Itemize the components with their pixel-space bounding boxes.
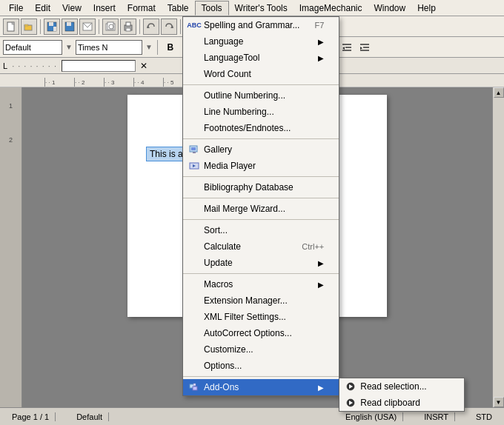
menu-footnotes[interactable]: Footnotes/Endnotes... xyxy=(183,120,339,136)
sep-6 xyxy=(183,273,339,274)
submenu-readselection[interactable]: Read selection... xyxy=(339,378,464,395)
ruler-mark-2: · · 2 xyxy=(74,78,104,87)
svg-marker-52 xyxy=(360,47,362,50)
menu-sort-label: Sort... xyxy=(204,225,228,235)
submenu-readclipboard[interactable]: Read clipboard xyxy=(339,395,464,411)
svg-marker-48 xyxy=(342,47,345,50)
menu-mailmerge[interactable]: Mail Merge Wizard... xyxy=(183,201,339,217)
menubar-table[interactable]: Table xyxy=(162,1,195,15)
menubar-view[interactable]: View xyxy=(56,1,87,15)
menu-languagetool-label: LanguageTool xyxy=(204,53,259,63)
toolbar-sep-1 xyxy=(40,19,41,34)
nav-dots: · · · · · · · · xyxy=(12,61,57,70)
style-dropdown[interactable] xyxy=(3,40,62,55)
left-sidebar: 1 2 xyxy=(0,87,22,407)
menubar-format[interactable]: Format xyxy=(122,1,162,15)
new-btn[interactable] xyxy=(3,19,19,35)
email-btn[interactable] xyxy=(79,19,96,35)
menu-language-label: Language xyxy=(204,36,243,47)
menu-gallery-label: Gallery xyxy=(204,144,232,155)
svg-rect-15 xyxy=(126,28,130,31)
toolbar-sep-5 xyxy=(157,40,158,55)
svg-rect-55 xyxy=(193,152,196,153)
decrease-indent-btn[interactable] xyxy=(339,39,355,56)
menu-customize[interactable]: Customize... xyxy=(183,341,339,358)
read-selection-icon xyxy=(344,381,357,392)
menu-bibliography[interactable]: Bibliography Database xyxy=(183,179,339,195)
print-preview-btn[interactable] xyxy=(102,19,119,35)
menubar-window[interactable]: Window xyxy=(368,1,411,15)
menu-sort[interactable]: Sort... xyxy=(183,222,339,238)
svg-rect-54 xyxy=(191,147,196,150)
menu-calculate-label: Calculate xyxy=(204,241,241,252)
svg-rect-5 xyxy=(49,22,53,26)
menu-spelling-label: Spelling and Grammar... xyxy=(204,20,299,30)
menubar-imagemechanic[interactable]: ImageMechanic xyxy=(294,1,368,15)
svg-rect-59 xyxy=(193,386,197,390)
menu-linenumbering[interactable]: Line Numbering... xyxy=(183,104,339,120)
menu-autocorrect[interactable]: AutoCorrect Options... xyxy=(183,325,339,341)
menu-calculate[interactable]: Calculate Ctrl++ xyxy=(183,238,339,255)
submenu-readselection-label: Read selection... xyxy=(360,381,426,392)
menu-update[interactable]: Update ▶ xyxy=(183,255,339,271)
sep-4 xyxy=(183,198,339,198)
save2-btn[interactable] xyxy=(62,19,78,35)
close-nav[interactable]: ✕ xyxy=(140,61,147,71)
font-dropdown[interactable] xyxy=(76,40,142,55)
svg-rect-14 xyxy=(126,22,130,26)
vertical-scrollbar[interactable]: ▲ ▼ xyxy=(492,87,504,407)
menu-addons[interactable]: Add-Ons ▶ xyxy=(183,379,339,395)
svg-rect-60 xyxy=(193,384,196,386)
increase-indent-btn[interactable] xyxy=(357,39,373,56)
menu-wordcount[interactable]: Word Count xyxy=(183,66,339,82)
bold-btn[interactable]: B xyxy=(162,39,179,56)
font-arrow[interactable]: ▼ xyxy=(145,43,153,51)
menubar-edit[interactable]: Edit xyxy=(29,1,56,15)
svg-rect-8 xyxy=(67,22,71,26)
menu-macros-label: Macros xyxy=(204,279,233,290)
menubar-writers-tools[interactable]: Writer's Tools xyxy=(229,1,294,15)
print-btn[interactable] xyxy=(120,19,136,35)
undo-btn[interactable] xyxy=(143,19,159,35)
menu-macros[interactable]: Macros ▶ xyxy=(183,276,339,292)
nav-input[interactable] xyxy=(62,60,136,72)
style-arrow[interactable]: ▼ xyxy=(65,43,73,51)
read-clipboard-icon xyxy=(344,398,357,408)
menubar-insert[interactable]: Insert xyxy=(87,1,122,15)
menu-outline[interactable]: Outline Numbering... xyxy=(183,87,339,104)
menu-bibliography-label: Bibliography Database xyxy=(204,182,294,193)
menu-extensions-label: Extension Manager... xyxy=(204,295,288,306)
menu-update-label: Update xyxy=(204,258,233,268)
status-std: STD xyxy=(470,412,498,421)
menu-linenumbering-label: Line Numbering... xyxy=(204,107,274,117)
scroll-down-btn[interactable]: ▼ xyxy=(494,397,504,407)
menu-language[interactable]: Language ▶ xyxy=(183,33,339,50)
menu-gallery[interactable]: Gallery xyxy=(183,141,339,158)
tools-dropdown-menu: ABC Spelling and Grammar... F7 Language … xyxy=(182,16,339,396)
menu-options[interactable]: Options... xyxy=(183,358,339,374)
save-btn[interactable] xyxy=(44,19,60,35)
toolbar-sep-4 xyxy=(180,19,181,34)
menu-extensions[interactable]: Extension Manager... xyxy=(183,292,339,309)
menubar-help[interactable]: Help xyxy=(411,1,442,15)
status-language: English (USA) xyxy=(339,412,403,421)
open-btn[interactable] xyxy=(21,19,37,35)
menubar-file[interactable]: File xyxy=(3,1,29,15)
menu-mediaplayer[interactable]: Media Player xyxy=(183,158,339,174)
menubar-tools[interactable]: Tools xyxy=(195,1,229,16)
menu-languagetool[interactable]: LanguageTool ▶ xyxy=(183,50,339,66)
update-arrow: ▶ xyxy=(318,259,324,267)
toolbar-sep-2 xyxy=(99,19,99,34)
ruler-mark-1: · · 1 xyxy=(44,78,74,87)
menu-spelling[interactable]: ABC Spelling and Grammar... F7 xyxy=(183,17,339,33)
scroll-up-btn[interactable]: ▲ xyxy=(494,87,504,98)
status-mode: INSRT xyxy=(418,412,455,421)
status-style: Default xyxy=(70,412,109,421)
status-page: Page 1 / 1 xyxy=(6,412,56,421)
menu-xmlfilter[interactable]: XML Filter Settings... xyxy=(183,309,339,325)
addons-container: Add-Ons ▶ Read selection... Read clipboa… xyxy=(183,379,339,395)
menu-calculate-shortcut: Ctrl++ xyxy=(302,242,324,251)
menu-xmlfilter-label: XML Filter Settings... xyxy=(204,312,286,322)
spelling-icon: ABC xyxy=(188,20,201,30)
redo-btn[interactable] xyxy=(161,19,177,35)
